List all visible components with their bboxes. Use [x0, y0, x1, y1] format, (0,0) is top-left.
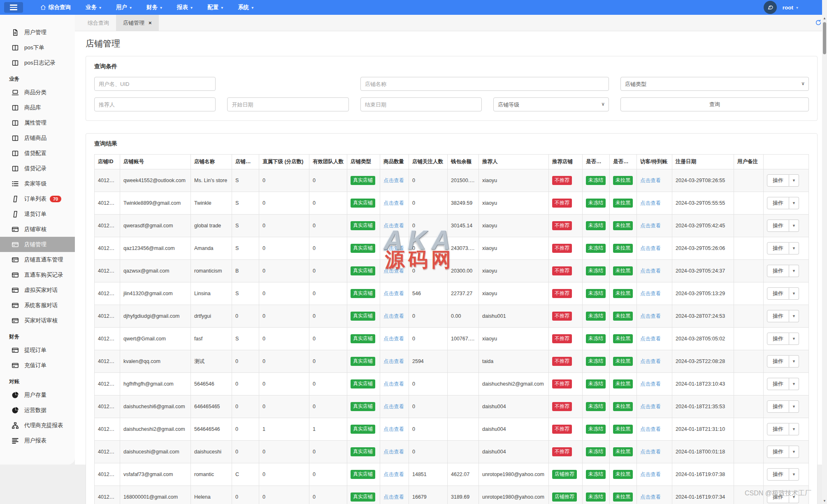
sidebar-item-order-list[interactable]: 订单列表70 — [0, 191, 75, 206]
sidebar-item-pos-order[interactable]: pos下单 — [0, 40, 75, 55]
sidebar-item-user-report[interactable]: 用户报表 — [0, 433, 75, 448]
action-button[interactable]: 操作 — [767, 468, 789, 481]
action-caret-button[interactable]: ▼ — [789, 310, 799, 322]
action-caret-button[interactable]: ▼ — [789, 378, 799, 390]
username-uid-input[interactable] — [94, 77, 216, 91]
action-caret-button[interactable]: ▼ — [789, 446, 799, 458]
visitors-view-link[interactable]: 点击查看 — [640, 449, 661, 455]
goods-view-link[interactable]: 点击查看 — [383, 404, 404, 409]
goods-view-link[interactable]: 点击查看 — [383, 178, 404, 183]
goods-view-link[interactable]: 点击查看 — [383, 291, 404, 296]
sidebar-item-user-stock[interactable]: 用户存量 — [0, 387, 75, 402]
visitors-view-link[interactable]: 点击查看 — [640, 404, 661, 409]
end-date-input[interactable] — [360, 97, 482, 111]
sidebar-item-shop-management[interactable]: 店铺管理 — [0, 237, 75, 252]
action-caret-button[interactable]: ▼ — [789, 242, 799, 254]
visitors-view-link[interactable]: 点击查看 — [640, 313, 661, 319]
action-button[interactable]: 操作 — [767, 378, 789, 390]
close-icon[interactable]: × — [149, 20, 152, 26]
action-button[interactable]: 操作 — [767, 400, 789, 413]
visitors-view-link[interactable]: 点击查看 — [640, 381, 661, 387]
visitors-view-link[interactable]: 点击查看 — [640, 358, 661, 364]
scrollbar-thumb[interactable] — [823, 22, 826, 54]
scroll-down-arrow[interactable]: ▼ — [822, 499, 827, 503]
visitors-view-link[interactable]: 点击查看 — [640, 426, 661, 432]
goods-view-link[interactable]: 点击查看 — [383, 381, 404, 387]
nav-item-config[interactable]: 配置▾ — [207, 4, 223, 11]
sidebar-item-operation-data[interactable]: 运营数据 — [0, 402, 75, 418]
shop-level-select[interactable]: 店铺等级 — [493, 97, 609, 111]
shop-name-input[interactable] — [360, 77, 609, 91]
nav-item-system[interactable]: 系统▾ — [238, 4, 253, 11]
action-caret-button[interactable]: ▼ — [789, 220, 799, 232]
sidebar-item-goods-category[interactable]: 商品分类 — [0, 85, 75, 100]
action-button[interactable]: 操作 — [767, 423, 789, 435]
sidebar-item-attribute-management[interactable]: 属性管理 — [0, 115, 75, 130]
nav-item-composite-query[interactable]: 综合查询 — [40, 4, 71, 11]
sidebar-item-system-service-chat[interactable]: 系统客服对话 — [0, 298, 75, 313]
visitors-view-link[interactable]: 点击查看 — [640, 336, 661, 342]
action-caret-button[interactable]: ▼ — [789, 468, 799, 481]
sidebar-item-shop-review[interactable]: 店铺审核 — [0, 222, 75, 237]
nav-item-finance[interactable]: 财务▾ — [146, 4, 162, 11]
goods-view-link[interactable]: 点击查看 — [383, 426, 404, 432]
sidebar-item-buyer-chat-review[interactable]: 买家对话审核 — [0, 313, 75, 328]
tab-shop-management[interactable]: 店铺管理× — [116, 15, 159, 31]
goods-view-link[interactable]: 点击查看 — [383, 449, 404, 455]
action-caret-button[interactable]: ▼ — [789, 400, 799, 413]
action-button[interactable]: 操作 — [767, 197, 789, 209]
sidebar-toggle-button[interactable] — [4, 2, 23, 13]
goods-view-link[interactable]: 点击查看 — [383, 223, 404, 229]
tab-composite-query[interactable]: 综合查询 — [81, 15, 116, 31]
goods-view-link[interactable]: 点击查看 — [383, 336, 404, 342]
goods-view-link[interactable]: 点击查看 — [383, 494, 404, 500]
sidebar-item-goods-library[interactable]: 商品库 — [0, 100, 75, 115]
user-menu[interactable]: root ▾ — [783, 5, 798, 11]
sidebar-item-shop-goods[interactable]: 店铺商品 — [0, 130, 75, 146]
nav-item-business[interactable]: 业务▾ — [86, 4, 101, 11]
action-caret-button[interactable]: ▼ — [789, 197, 799, 209]
refresh-icon[interactable] — [815, 19, 822, 28]
visitors-view-link[interactable]: 点击查看 — [640, 268, 661, 274]
sidebar-item-loan-records[interactable]: 借贷记录 — [0, 161, 75, 176]
action-caret-button[interactable]: ▼ — [789, 333, 799, 345]
action-button[interactable]: 操作 — [767, 355, 789, 368]
action-button[interactable]: 操作 — [767, 265, 789, 277]
visitors-view-link[interactable]: 点击查看 — [640, 291, 661, 296]
goods-view-link[interactable]: 点击查看 — [383, 200, 404, 206]
action-button[interactable]: 操作 — [767, 174, 789, 187]
action-button[interactable]: 操作 — [767, 446, 789, 458]
sidebar-item-seller-level[interactable]: 卖家等级 — [0, 176, 75, 191]
sidebar-item-loan-config[interactable]: 借贷配置 — [0, 146, 75, 161]
nav-item-user[interactable]: 用户▾ — [116, 4, 132, 11]
action-caret-button[interactable]: ▼ — [789, 287, 799, 300]
goods-view-link[interactable]: 点击查看 — [383, 472, 404, 477]
start-date-input[interactable] — [227, 97, 348, 111]
chat-button[interactable] — [764, 1, 777, 14]
visitors-view-link[interactable]: 点击查看 — [640, 494, 661, 500]
nav-item-report[interactable]: 报表▾ — [177, 4, 193, 11]
sidebar-item-recharge-orders[interactable]: 充值订单 — [0, 358, 75, 373]
sidebar-item-pos-log[interactable]: pos日志记录 — [0, 55, 75, 70]
action-button[interactable]: 操作 — [767, 333, 789, 345]
visitors-view-link[interactable]: 点击查看 — [640, 245, 661, 251]
visitors-view-link[interactable]: 点击查看 — [640, 178, 661, 183]
goods-view-link[interactable]: 点击查看 — [383, 313, 404, 319]
sidebar-item-virtual-buyer-chat[interactable]: 虚拟买家对话 — [0, 282, 75, 298]
sidebar-item-express-purchase-records[interactable]: 直通车购买记录 — [0, 267, 75, 282]
search-button[interactable]: 查询 — [620, 97, 809, 111]
goods-view-link[interactable]: 点击查看 — [383, 268, 404, 274]
sidebar-item-user-management[interactable]: 用户管理 — [0, 25, 75, 40]
sidebar-item-withdraw-orders[interactable]: 提现订单 — [0, 342, 75, 358]
action-button[interactable]: 操作 — [767, 220, 789, 232]
action-caret-button[interactable]: ▼ — [789, 265, 799, 277]
goods-view-link[interactable]: 点击查看 — [383, 358, 404, 364]
shop-type-select[interactable]: 店铺类型 — [620, 77, 809, 91]
action-caret-button[interactable]: ▼ — [789, 355, 799, 368]
action-caret-button[interactable]: ▼ — [789, 423, 799, 435]
visitors-view-link[interactable]: 点击查看 — [640, 200, 661, 206]
sidebar-item-shop-express-management[interactable]: 店铺直通车管理 — [0, 252, 75, 267]
goods-view-link[interactable]: 点击查看 — [383, 245, 404, 251]
visitors-view-link[interactable]: 点击查看 — [640, 223, 661, 229]
action-button[interactable]: 操作 — [767, 242, 789, 254]
